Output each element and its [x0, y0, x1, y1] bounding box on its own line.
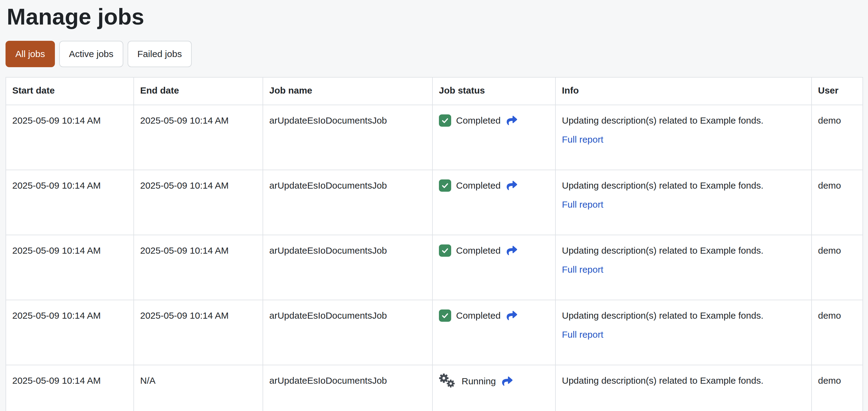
- info-cell: Updating description(s) related to Examp…: [555, 170, 812, 235]
- status-label: Completed: [456, 179, 501, 192]
- filter-active-jobs-button[interactable]: Active jobs: [59, 41, 123, 67]
- share-arrow-icon[interactable]: [501, 376, 513, 386]
- column-header-user: User: [812, 77, 863, 105]
- start-date-cell: 2025-05-09 10:14 AM: [6, 235, 134, 300]
- table-row: 2025-05-09 10:14 AM 2025-05-09 10:14 AM …: [6, 170, 863, 235]
- job-name-cell: arUpdateEsIoDocumentsJob: [263, 170, 432, 235]
- share-arrow-icon[interactable]: [506, 180, 518, 191]
- job-status-cell: Completed: [432, 235, 555, 300]
- gears-icon: [439, 374, 457, 389]
- start-date-cell: 2025-05-09 10:14 AM: [6, 365, 134, 411]
- table-row: 2025-05-09 10:14 AM 2025-05-09 10:14 AM …: [6, 300, 863, 365]
- user-cell: demo: [812, 170, 863, 235]
- end-date-cell: 2025-05-09 10:14 AM: [134, 235, 263, 300]
- end-date-cell: 2025-05-09 10:14 AM: [134, 105, 263, 170]
- info-text: Updating description(s) related to Examp…: [562, 244, 805, 257]
- status-label: Completed: [456, 114, 501, 127]
- full-report-link[interactable]: Full report: [562, 264, 603, 275]
- job-status: Completed: [439, 114, 549, 127]
- info-cell: Updating description(s) related to Examp…: [555, 105, 812, 170]
- share-arrow-icon[interactable]: [506, 245, 518, 256]
- job-status: Completed: [439, 244, 549, 257]
- end-date-cell: 2025-05-09 10:14 AM: [134, 300, 263, 365]
- end-date-cell: 2025-05-09 10:14 AM: [134, 170, 263, 235]
- jobs-table: Start date End date Job name Job status …: [5, 77, 863, 411]
- status-label: Running: [462, 375, 496, 388]
- user-cell: demo: [812, 300, 863, 365]
- start-date-cell: 2025-05-09 10:14 AM: [6, 170, 134, 235]
- status-label: Completed: [456, 309, 501, 322]
- info-cell: Updating description(s) related to Examp…: [555, 235, 812, 300]
- table-header-row: Start date End date Job name Job status …: [6, 77, 863, 105]
- job-status-cell: Completed: [432, 300, 555, 365]
- start-date-cell: 2025-05-09 10:14 AM: [6, 105, 134, 170]
- job-name-cell: arUpdateEsIoDocumentsJob: [263, 235, 432, 300]
- check-square-icon: [439, 115, 451, 127]
- column-header-job-name: Job name: [263, 77, 432, 105]
- check-square-icon: [439, 310, 451, 322]
- column-header-start-date: Start date: [6, 77, 134, 105]
- table-row: 2025-05-09 10:14 AM 2025-05-09 10:14 AM …: [6, 105, 863, 170]
- info-text: Updating description(s) related to Examp…: [562, 309, 805, 322]
- share-arrow-icon[interactable]: [506, 115, 518, 126]
- full-report-link[interactable]: Full report: [562, 329, 603, 340]
- info-text: Updating description(s) related to Examp…: [562, 374, 805, 387]
- column-header-end-date: End date: [134, 77, 263, 105]
- job-status: Completed: [439, 309, 549, 322]
- filter-all-jobs-button[interactable]: All jobs: [5, 41, 55, 67]
- job-status: Completed: [439, 179, 549, 192]
- status-label: Completed: [456, 244, 501, 257]
- filter-failed-jobs-button[interactable]: Failed jobs: [128, 41, 192, 67]
- info-cell: Updating description(s) related to Examp…: [555, 365, 812, 411]
- column-header-info: Info: [555, 77, 812, 105]
- user-cell: demo: [812, 365, 863, 411]
- share-arrow-icon[interactable]: [506, 310, 518, 321]
- job-status-cell: Completed: [432, 170, 555, 235]
- full-report-link[interactable]: Full report: [562, 199, 603, 210]
- info-text: Updating description(s) related to Examp…: [562, 114, 805, 127]
- job-status-cell: Completed: [432, 105, 555, 170]
- user-cell: demo: [812, 105, 863, 170]
- job-name-cell: arUpdateEsIoDocumentsJob: [263, 105, 432, 170]
- job-status-cell: Running: [432, 365, 555, 411]
- job-status: Running: [439, 374, 549, 389]
- job-filter-group: All jobs Active jobs Failed jobs: [5, 41, 868, 67]
- table-row: 2025-05-09 10:14 AM 2025-05-09 10:14 AM …: [6, 235, 863, 300]
- check-square-icon: [439, 180, 451, 192]
- user-cell: demo: [812, 235, 863, 300]
- check-square-icon: [439, 245, 451, 257]
- column-header-job-status: Job status: [432, 77, 555, 105]
- full-report-link[interactable]: Full report: [562, 134, 603, 145]
- manage-jobs-page: Manage jobs All jobs Active jobs Failed …: [0, 4, 868, 411]
- table-row: 2025-05-09 10:14 AM N/A arUpdateEsIoDocu…: [6, 365, 863, 411]
- end-date-cell: N/A: [134, 365, 263, 411]
- info-text: Updating description(s) related to Examp…: [562, 179, 805, 192]
- job-name-cell: arUpdateEsIoDocumentsJob: [263, 300, 432, 365]
- info-cell: Updating description(s) related to Examp…: [555, 300, 812, 365]
- job-name-cell: arUpdateEsIoDocumentsJob: [263, 365, 432, 411]
- page-title: Manage jobs: [7, 4, 868, 30]
- start-date-cell: 2025-05-09 10:14 AM: [6, 300, 134, 365]
